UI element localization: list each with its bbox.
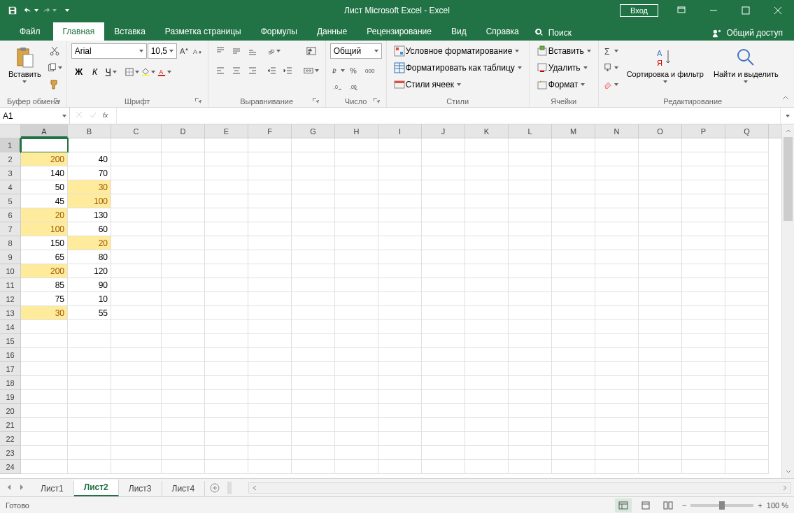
cell-G10[interactable] xyxy=(292,264,335,278)
cell-P18[interactable] xyxy=(682,376,725,390)
cell-J1[interactable] xyxy=(422,138,465,152)
italic-button[interactable]: К xyxy=(87,64,103,80)
cell-Q13[interactable] xyxy=(725,306,769,320)
cell-F24[interactable] xyxy=(248,460,292,474)
cell-E13[interactable] xyxy=(205,306,248,320)
cell-M11[interactable] xyxy=(552,278,595,292)
row-header-23[interactable]: 23 xyxy=(0,446,21,460)
cell-D4[interactable] xyxy=(162,180,205,194)
column-header-L[interactable]: L xyxy=(509,124,552,138)
cell-H24[interactable] xyxy=(335,460,378,474)
cell-D7[interactable] xyxy=(162,222,205,236)
cell-O22[interactable] xyxy=(639,432,682,446)
cell-F13[interactable] xyxy=(248,306,292,320)
cell-D20[interactable] xyxy=(162,404,205,418)
autosum-button[interactable]: Σ xyxy=(603,43,618,59)
cell-O7[interactable] xyxy=(639,222,682,236)
cell-H16[interactable] xyxy=(335,348,378,362)
cell-C1[interactable] xyxy=(111,138,162,152)
row-header-7[interactable]: 7 xyxy=(0,222,21,236)
cell-M23[interactable] xyxy=(552,446,595,460)
cell-B16[interactable] xyxy=(68,348,111,362)
vertical-scroll-thumb[interactable] xyxy=(784,137,793,221)
maximize-button[interactable] xyxy=(730,0,762,21)
cell-C20[interactable] xyxy=(111,404,162,418)
cell-E9[interactable] xyxy=(205,250,248,264)
cell-I19[interactable] xyxy=(378,390,422,404)
cell-F12[interactable] xyxy=(248,292,292,306)
cell-C15[interactable] xyxy=(111,334,162,348)
cell-P20[interactable] xyxy=(682,404,725,418)
cell-C7[interactable] xyxy=(111,222,162,236)
cell-B3[interactable]: 70 xyxy=(68,166,111,180)
column-header-P[interactable]: P xyxy=(682,124,725,138)
cell-G17[interactable] xyxy=(292,362,335,376)
cell-G9[interactable] xyxy=(292,250,335,264)
cell-P4[interactable] xyxy=(682,180,725,194)
cell-M12[interactable] xyxy=(552,292,595,306)
cell-K1[interactable] xyxy=(465,138,509,152)
new-sheet-button[interactable] xyxy=(205,483,225,493)
decrease-indent-button[interactable] xyxy=(264,63,280,78)
cell-H11[interactable] xyxy=(335,278,378,292)
cell-N2[interactable] xyxy=(595,152,639,166)
cell-F6[interactable] xyxy=(248,208,292,222)
tab-formulas[interactable]: Формулы xyxy=(251,22,307,41)
cell-F15[interactable] xyxy=(248,334,292,348)
column-header-I[interactable]: I xyxy=(378,124,422,138)
row-header-16[interactable]: 16 xyxy=(0,348,21,362)
underline-button[interactable]: Ч xyxy=(104,64,119,80)
cell-M13[interactable] xyxy=(552,306,595,320)
cell-E1[interactable] xyxy=(205,138,248,152)
cell-K14[interactable] xyxy=(465,320,509,334)
cell-M19[interactable] xyxy=(552,390,595,404)
cell-P3[interactable] xyxy=(682,166,725,180)
cell-F23[interactable] xyxy=(248,446,292,460)
cell-E22[interactable] xyxy=(205,432,248,446)
align-top-button[interactable] xyxy=(213,43,228,59)
cell-K5[interactable] xyxy=(465,194,509,208)
cancel-fx-button[interactable] xyxy=(74,110,84,122)
cell-B2[interactable]: 40 xyxy=(68,152,111,166)
cell-P13[interactable] xyxy=(682,306,725,320)
cell-J19[interactable] xyxy=(422,390,465,404)
cell-P24[interactable] xyxy=(682,460,725,474)
cell-I2[interactable] xyxy=(378,152,422,166)
view-page-break-button[interactable] xyxy=(660,498,676,512)
cell-D18[interactable] xyxy=(162,376,205,390)
cell-E21[interactable] xyxy=(205,418,248,432)
cell-F14[interactable] xyxy=(248,320,292,334)
cell-B20[interactable] xyxy=(68,404,111,418)
cell-Q11[interactable] xyxy=(725,278,769,292)
zoom-slider[interactable] xyxy=(690,504,753,507)
cell-J11[interactable] xyxy=(422,278,465,292)
cell-O23[interactable] xyxy=(639,446,682,460)
row-header-19[interactable]: 19 xyxy=(0,390,21,404)
cell-G21[interactable] xyxy=(292,418,335,432)
cell-H22[interactable] xyxy=(335,432,378,446)
cell-N22[interactable] xyxy=(595,432,639,446)
name-box[interactable]: A1 xyxy=(0,108,70,124)
number-format-combo[interactable]: Общий xyxy=(330,43,382,59)
cell-A20[interactable] xyxy=(21,404,68,418)
sort-filter-button[interactable]: АЯ Сортировка и фильтр xyxy=(623,43,708,86)
cell-Q18[interactable] xyxy=(725,376,769,390)
tab-file[interactable]: Файл xyxy=(7,22,53,41)
cell-G16[interactable] xyxy=(292,348,335,362)
tab-insert[interactable]: Вставка xyxy=(104,22,155,41)
cell-N6[interactable] xyxy=(595,208,639,222)
font-color-button[interactable]: A xyxy=(157,64,172,80)
cell-B21[interactable] xyxy=(68,418,111,432)
cell-K4[interactable] xyxy=(465,180,509,194)
cell-A15[interactable] xyxy=(21,334,68,348)
row-header-17[interactable]: 17 xyxy=(0,362,21,376)
cell-F9[interactable] xyxy=(248,250,292,264)
minimize-button[interactable] xyxy=(697,0,730,21)
cell-P2[interactable] xyxy=(682,152,725,166)
cell-I15[interactable] xyxy=(378,334,422,348)
cell-F19[interactable] xyxy=(248,390,292,404)
cell-B23[interactable] xyxy=(68,446,111,460)
cell-N18[interactable] xyxy=(595,376,639,390)
cell-M14[interactable] xyxy=(552,320,595,334)
cell-E3[interactable] xyxy=(205,166,248,180)
